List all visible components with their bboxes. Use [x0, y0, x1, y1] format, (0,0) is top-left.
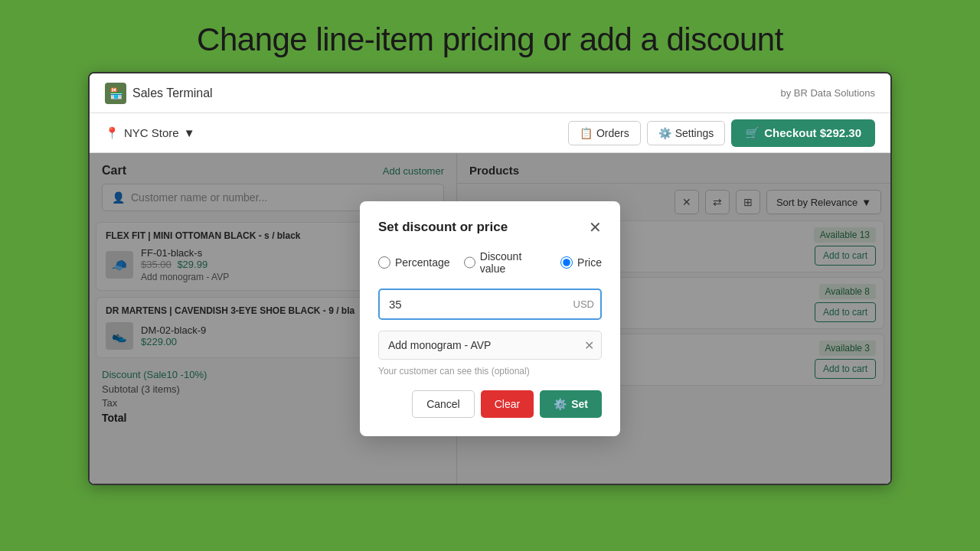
app-logo-icon: 🏪 — [105, 83, 126, 104]
percentage-radio[interactable] — [378, 256, 390, 269]
checkout-button[interactable]: 🛒 Checkout $292.30 — [731, 119, 875, 147]
modal-title: Set discount or price — [378, 220, 508, 235]
chevron-down-icon: ▼ — [184, 126, 195, 139]
discount-value-radio[interactable] — [464, 256, 475, 269]
page-headline: Change line-item pricing or add a discou… — [181, 0, 799, 72]
app-window: 🏪 Sales Terminal by BR Data Solutions 📍 … — [88, 72, 892, 485]
discount-value-option[interactable]: Discount value — [464, 250, 547, 275]
set-label: Set — [571, 398, 588, 410]
store-name: NYC Store — [124, 126, 179, 139]
top-bar: 🏪 Sales Terminal by BR Data Solutions — [90, 73, 890, 113]
location-icon: 📍 — [105, 126, 119, 140]
main-content: Cart Add customer 👤 Customer name or num… — [90, 153, 890, 484]
app-by: by BR Data Solutions — [780, 87, 875, 99]
price-option[interactable]: Price — [560, 250, 602, 275]
app-name: Sales Terminal — [132, 86, 213, 100]
settings-label: Settings — [675, 127, 714, 139]
modal-header: Set discount or price ✕ — [378, 220, 602, 235]
settings-button[interactable]: ⚙️ Settings — [647, 121, 726, 145]
percentage-label: Percentage — [395, 256, 450, 269]
app-logo: 🏪 Sales Terminal — [105, 83, 213, 104]
store-selector[interactable]: 📍 NYC Store ▼ — [105, 126, 195, 140]
price-label: Price — [577, 256, 602, 269]
set-discount-modal: Set discount or price ✕ Percentage Disco… — [360, 201, 620, 436]
note-input[interactable] — [378, 331, 602, 360]
price-input[interactable] — [378, 289, 602, 320]
set-icon: ⚙️ — [554, 398, 567, 410]
modal-overlay: Set discount or price ✕ Percentage Disco… — [90, 153, 890, 484]
price-input-wrapper: USD — [378, 289, 602, 320]
price-radio[interactable] — [560, 256, 573, 269]
settings-icon: ⚙️ — [658, 127, 671, 139]
nav-buttons: 📋 Orders ⚙️ Settings 🛒 Checkout $292.30 — [568, 119, 875, 147]
orders-button[interactable]: 📋 Orders — [568, 121, 641, 145]
modal-close-button[interactable]: ✕ — [589, 220, 602, 235]
percentage-option[interactable]: Percentage — [378, 250, 450, 275]
nav-bar: 📍 NYC Store ▼ 📋 Orders ⚙️ Settings 🛒 Che… — [90, 113, 890, 153]
orders-icon: 📋 — [580, 127, 593, 139]
orders-label: Orders — [596, 127, 629, 139]
clear-button[interactable]: Clear — [481, 390, 534, 418]
currency-label: USD — [573, 298, 594, 310]
note-hint: Your customer can see this (optional) — [378, 366, 602, 377]
modal-buttons: Cancel Clear ⚙️ Set — [378, 390, 602, 418]
note-clear-button[interactable]: ✕ — [584, 337, 594, 352]
note-input-wrapper: ✕ — [378, 331, 602, 360]
set-button[interactable]: ⚙️ Set — [540, 390, 602, 418]
discount-value-label: Discount value — [480, 250, 547, 275]
cancel-button[interactable]: Cancel — [412, 390, 475, 418]
pricing-type-group: Percentage Discount value Price — [378, 250, 602, 275]
cart-icon: 🛒 — [745, 126, 760, 140]
checkout-label: Checkout $292.30 — [764, 126, 861, 139]
